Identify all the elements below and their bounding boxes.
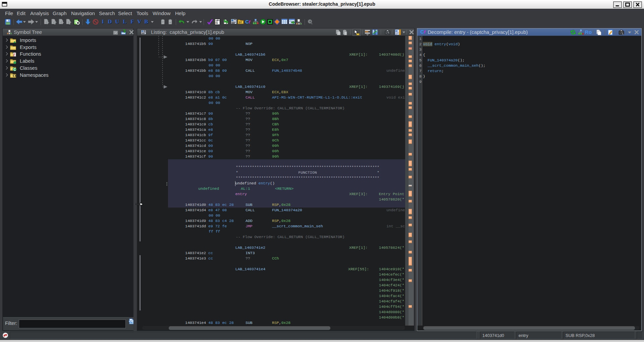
svg-text:01: 01 (215, 22, 218, 24)
svg-text:DT: DT (239, 21, 242, 23)
svg-text:C: C (13, 67, 16, 71)
svg-text:10: 10 (215, 20, 218, 22)
